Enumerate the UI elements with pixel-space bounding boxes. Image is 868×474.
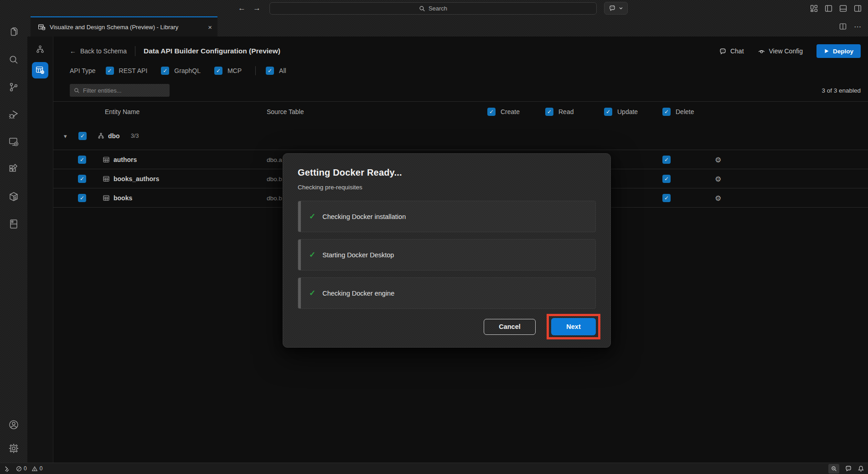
delete-all-checkbox[interactable]: ✓ [662,108,671,116]
graphql-option: ✓ GraphQL [161,67,201,75]
chat-label: Chat [730,47,744,55]
warning-icon [31,466,38,472]
create-all-checkbox[interactable]: ✓ [487,108,496,116]
row-checkbox[interactable]: ✓ [78,175,86,183]
zoom-status-icon[interactable] [828,464,839,474]
rest-api-checkbox[interactable]: ✓ [106,67,114,75]
row-delete-checkbox[interactable]: ✓ [662,194,671,202]
entity-name: books [114,194,132,202]
header-divider [135,46,135,56]
step-label: Checking Docker installation [322,213,406,220]
account-icon[interactable] [8,419,20,431]
view-config-button[interactable]: View Config [758,47,803,55]
check-success-icon: ✓ [309,250,315,260]
problems-indicator[interactable]: 0 0 [16,465,42,472]
row-settings-gear-icon[interactable]: ⚙ [715,174,721,183]
step-item: ✓ Starting Docker Desktop [298,239,596,271]
row-checkbox[interactable]: ✓ [78,156,86,164]
notifications-bell-icon[interactable] [858,465,864,472]
copilot-menu[interactable] [604,2,628,15]
step-accent-bar [298,240,301,270]
read-column-header: Read [558,108,574,115]
copilot-status-icon[interactable] [845,465,852,472]
customize-layout-icon[interactable] [810,5,818,12]
schema-icon [97,132,105,140]
table-icon [103,156,110,163]
read-all-checkbox[interactable]: ✓ [545,108,553,116]
create-column-header: Create [501,108,520,115]
editor-tab-bar: Visualize and Design Schema (Preview) - … [27,16,868,36]
source-control-icon[interactable] [8,81,20,93]
search-sidebar-icon[interactable] [8,54,20,66]
nav-back-icon[interactable]: ← [238,4,246,13]
row-settings-gear-icon[interactable]: ⚙ [715,193,721,202]
graphql-checkbox[interactable]: ✓ [161,67,169,75]
tab-visualize-design-schema[interactable]: Visualize and Design Schema (Preview) - … [31,16,217,36]
delete-column-header: Delete [676,108,694,115]
dialog-subtitle: Checking pre-requisites [298,184,596,191]
step-label: Checking Docker engine [322,290,394,297]
schema-group-name: dbo [108,132,120,140]
nav-forward-icon[interactable]: → [253,4,261,13]
extensions-icon[interactable] [8,163,20,175]
entity-source: dbo.b [267,194,282,201]
check-success-icon: ✓ [309,288,315,298]
schema-diagram-view-icon[interactable] [34,43,46,56]
step-accent-bar [298,201,301,232]
step-label: Starting Docker Desktop [322,251,394,259]
back-to-schema-button[interactable]: ← Back to Schema [61,47,127,55]
all-checkbox[interactable]: ✓ [266,67,274,75]
update-column-header: Update [617,108,638,115]
dialog-title: Getting Docker Ready... [298,167,596,178]
remote-explorer-icon[interactable] [8,136,20,148]
source-table-column-header: Source Table [267,108,304,115]
page-title: Data API Builder Configuration (Preview) [144,47,280,55]
collapse-chevron-icon[interactable]: ▾ [64,132,67,139]
error-count: 0 [24,465,27,472]
toggle-panel-icon[interactable] [839,5,847,12]
entity-name: books_authors [114,175,159,182]
api-config-view-icon[interactable] [32,62,48,78]
next-button[interactable]: Next [551,318,596,335]
schema-group-count: 3/3 [131,133,139,139]
row-delete-checkbox[interactable]: ✓ [662,156,671,164]
filter-search-icon [74,88,80,94]
warning-count: 0 [40,465,43,472]
mcp-checkbox[interactable]: ✓ [214,67,222,75]
more-actions-icon[interactable]: ⋯ [854,22,862,31]
view-config-label: View Config [769,47,803,55]
run-debug-icon[interactable] [8,109,20,120]
entity-source: dbo.a [267,156,282,163]
row-settings-gear-icon[interactable]: ⚙ [715,155,721,164]
split-editor-icon[interactable] [839,23,847,30]
search-icon [419,5,425,12]
tab-title: Visualize and Design Schema (Preview) - … [50,24,178,31]
copilot-icon [609,5,616,12]
tab-close-icon[interactable]: × [208,23,212,31]
step-item: ✓ Checking Docker engine [298,277,596,309]
deploy-button[interactable]: Deploy [816,44,861,58]
command-center-search[interactable]: Search [269,2,597,15]
cancel-button[interactable]: Cancel [484,319,536,335]
settings-gear-icon[interactable] [8,443,20,454]
database-projects-icon[interactable] [8,218,20,230]
toggle-primary-sidebar-icon[interactable] [825,5,832,12]
back-arrow-icon: ← [70,47,76,55]
back-label: Back to Schema [80,47,127,55]
docker-icon[interactable] [8,191,20,203]
mcp-option: ✓ MCP [214,67,242,75]
row-checkbox[interactable]: ✓ [78,194,86,202]
entity-filter-box [70,84,170,97]
entity-source: dbo.b [267,175,282,182]
explorer-icon[interactable] [8,26,20,38]
chat-button[interactable]: Chat [719,47,744,55]
deploy-label: Deploy [833,48,853,55]
row-delete-checkbox[interactable]: ✓ [662,175,671,183]
schema-group-checkbox[interactable]: ✓ [78,132,87,140]
schema-group-row[interactable]: ▾ ✓ dbo 3/3 [53,122,868,150]
toggle-secondary-sidebar-icon[interactable] [854,5,862,12]
entity-filter-input[interactable] [83,87,160,94]
schema-designer-tab-icon [38,23,46,31]
update-all-checkbox[interactable]: ✓ [604,108,612,116]
remote-indicator-icon[interactable] [4,465,10,472]
